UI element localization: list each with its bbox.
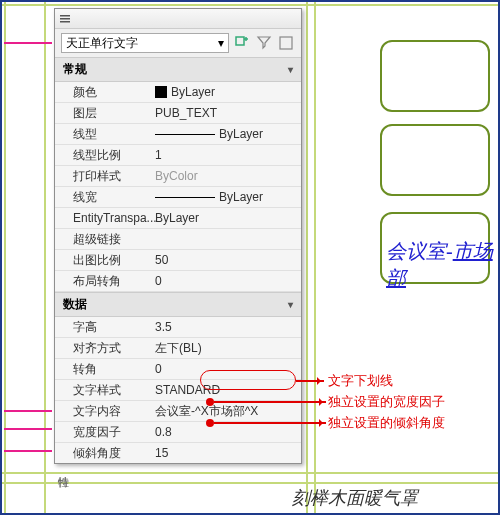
- section-data[interactable]: 数据: [55, 292, 301, 317]
- prop-label: 文字样式: [55, 382, 151, 399]
- room-box: [380, 124, 490, 196]
- prop-label: 线型: [55, 126, 151, 143]
- quick-select-icon[interactable]: [255, 34, 273, 52]
- prop-label: 对齐方式: [55, 340, 151, 357]
- menu-icon[interactable]: [59, 13, 71, 25]
- prop-label: 出图比例: [55, 252, 151, 269]
- prop-value-height[interactable]: 3.5: [151, 320, 301, 334]
- prop-label: 线宽: [55, 189, 151, 206]
- annotation-text: 独立设置的宽度因子: [328, 393, 445, 411]
- prop-value-linetype[interactable]: ByLayer: [151, 127, 301, 141]
- prop-label: 字高: [55, 319, 151, 336]
- prop-value-ltscale[interactable]: 1: [151, 148, 301, 162]
- prop-value-oblique[interactable]: 15: [151, 446, 301, 460]
- svg-rect-4: [280, 37, 292, 49]
- prop-value-plotscale[interactable]: 50: [151, 253, 301, 267]
- prop-label: 打印样式: [55, 168, 151, 185]
- prop-label: 文字内容: [55, 403, 151, 420]
- prop-label: 超级链接: [55, 231, 151, 248]
- pickset-icon[interactable]: [277, 34, 295, 52]
- prop-value-plotstyle: ByColor: [151, 169, 301, 183]
- room-box: [380, 40, 490, 112]
- prop-label: 倾斜角度: [55, 445, 151, 462]
- annotation-dot-icon: [206, 419, 214, 427]
- prop-value-color[interactable]: ByLayer: [151, 85, 301, 99]
- properties-panel: 天正单行文字▾ 常规 颜色ByLayer 图层PUB_TEXT 线型ByLaye…: [54, 8, 302, 464]
- add-selection-icon[interactable]: [233, 34, 251, 52]
- prop-value-content[interactable]: 会议室-^X市场部^X: [151, 403, 301, 420]
- panel-side-tab[interactable]: 特性: [54, 464, 73, 472]
- prop-label: EntityTranspa...: [55, 211, 151, 225]
- prop-value-transp[interactable]: ByLayer: [151, 211, 301, 225]
- chevron-down-icon: ▾: [218, 36, 224, 50]
- prop-value-lineweight[interactable]: ByLayer: [151, 190, 301, 204]
- prop-label: 布局转角: [55, 273, 151, 290]
- prop-value-align[interactable]: 左下(BL): [151, 340, 301, 357]
- svg-rect-0: [60, 15, 70, 17]
- color-swatch-icon: [155, 86, 167, 98]
- room-label: 会议室-市场部: [386, 238, 498, 292]
- annotation-dot-icon: [206, 398, 214, 406]
- canvas-text: 刻榉木面暖气罩: [292, 486, 418, 510]
- prop-label: 线型比例: [55, 147, 151, 164]
- prop-label: 图层: [55, 105, 151, 122]
- annotation-arrow-icon: [214, 401, 326, 403]
- panel-header: [55, 9, 301, 29]
- svg-rect-3: [236, 37, 244, 45]
- annotation-arrow-icon: [296, 380, 324, 382]
- annotation-arrow-icon: [214, 422, 326, 424]
- prop-value-layoutrot[interactable]: 0: [151, 274, 301, 288]
- svg-rect-1: [60, 18, 70, 20]
- prop-label: 颜色: [55, 84, 151, 101]
- object-type-select[interactable]: 天正单行文字▾: [61, 33, 229, 53]
- annotation-circle: [200, 370, 296, 390]
- annotation-text: 独立设置的倾斜角度: [328, 414, 445, 432]
- annotation-text: 文字下划线: [328, 372, 393, 390]
- svg-rect-2: [60, 21, 70, 23]
- prop-value-widthf[interactable]: 0.8: [151, 425, 301, 439]
- prop-label: 转角: [55, 361, 151, 378]
- prop-label: 宽度因子: [55, 424, 151, 441]
- section-general[interactable]: 常规: [55, 57, 301, 82]
- prop-value-layer[interactable]: PUB_TEXT: [151, 106, 301, 120]
